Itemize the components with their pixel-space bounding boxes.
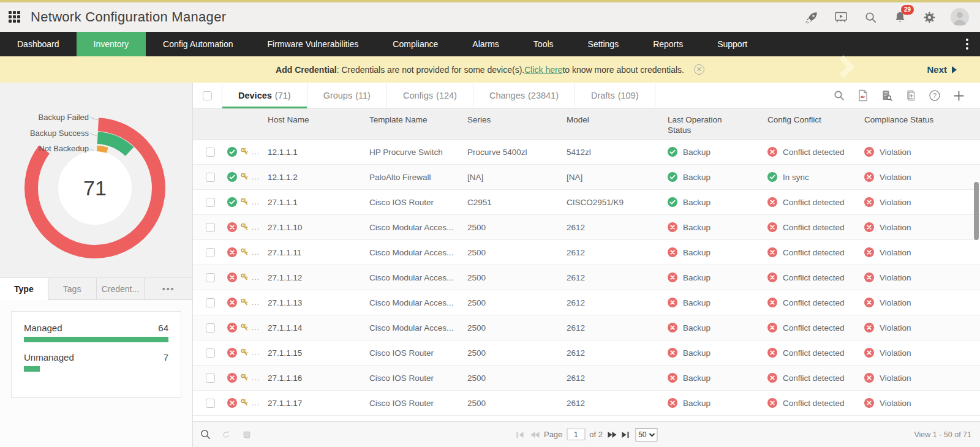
more-indicator[interactable]: ... [252, 200, 260, 205]
host-name-link[interactable]: 27.1.1.15 [268, 348, 369, 358]
credential-key-icon[interactable] [239, 222, 249, 232]
nav-tools[interactable]: Tools [516, 32, 571, 56]
global-search-icon[interactable] [862, 9, 878, 25]
host-name-link[interactable]: 27.1.1.17 [268, 399, 369, 408]
search-icon[interactable] [832, 89, 846, 102]
host-name-link[interactable]: 27.1.1.12 [268, 273, 369, 282]
row-checkbox[interactable] [206, 374, 215, 383]
nav-dashboard[interactable]: Dashboard [0, 32, 77, 56]
host-name-link[interactable]: 27.1.1.1 [268, 198, 369, 207]
page-size-select[interactable]: 50 [635, 428, 657, 441]
host-name-link[interactable]: 27.1.1.14 [268, 323, 369, 332]
table-row[interactable]: ... 27.1.1.16 Cisco IOS Router 2500 2612… [193, 366, 980, 391]
nav-support[interactable]: Support [700, 32, 764, 56]
donut-segment-not-backedup[interactable] [97, 149, 107, 151]
host-name-link[interactable]: 27.1.1.16 [268, 374, 369, 383]
table-row[interactable]: ... 27.1.1.13 Cisco Modular Acces... 250… [193, 290, 980, 315]
nav-inventory[interactable]: Inventory [77, 32, 146, 56]
next-button[interactable]: Next [927, 56, 957, 83]
table-row[interactable]: ... 27.1.1.15 Cisco IOS Router 2500 2612… [193, 340, 980, 366]
stat-row-unmanaged[interactable]: Unmanaged7 [24, 352, 168, 372]
settings-gear-icon[interactable] [921, 9, 937, 25]
apps-grid-icon[interactable] [9, 11, 21, 23]
import-export-icon[interactable] [904, 89, 918, 102]
nav-firmware-vulnerabilities[interactable]: Firmware Vulnerabilities [251, 32, 376, 56]
column-last-operation-status[interactable]: Last Operation Status [668, 109, 767, 139]
stat-row-managed[interactable]: Managed64 [24, 323, 168, 342]
column-series[interactable]: Series [467, 109, 567, 139]
vertical-scrollbar[interactable] [974, 83, 979, 447]
nav-config-automation[interactable]: Config Automation [146, 32, 250, 56]
nav-alarms[interactable]: Alarms [455, 32, 516, 56]
more-indicator[interactable]: ... [252, 225, 260, 230]
config-search-icon[interactable] [880, 89, 894, 102]
tab-changes[interactable]: Changes(23841) [473, 83, 575, 108]
table-row[interactable]: ... 27.1.1.17 Cisco IOS Router 2500 2612… [193, 391, 980, 416]
credential-key-icon[interactable] [239, 272, 249, 282]
table-row[interactable]: ... 12.1.1.2 PaloAlto Firewall [NA] [NA]… [193, 165, 980, 190]
table-row[interactable]: ... 12.1.1.1 HP Procurve Switch Procurve… [193, 140, 980, 165]
pdf-export-icon[interactable] [856, 89, 870, 102]
host-name-link[interactable]: 27.1.1.11 [268, 248, 369, 257]
row-checkbox[interactable] [206, 323, 215, 332]
row-checkbox[interactable] [206, 399, 215, 408]
more-indicator[interactable]: ... [252, 275, 260, 280]
sidebar-tab--[interactable]: ••• [145, 278, 192, 300]
credential-key-icon[interactable] [239, 323, 249, 332]
row-checkbox[interactable] [206, 223, 215, 232]
next-page-button[interactable] [607, 430, 617, 439]
table-row[interactable]: ... 27.1.1.12 Cisco Modular Acces... 250… [193, 265, 980, 290]
sidebar-tab-credent-[interactable]: Credent... [97, 278, 145, 300]
nav-overflow-kebab-icon[interactable] [954, 32, 980, 56]
column-host-name[interactable]: Host Name [268, 109, 369, 139]
more-indicator[interactable]: ... [252, 300, 260, 305]
row-checkbox[interactable] [206, 273, 215, 282]
more-indicator[interactable]: ... [252, 375, 260, 380]
column-compliance-status[interactable]: Compliance Status [864, 109, 980, 139]
credential-key-icon[interactable] [239, 247, 249, 257]
banner-close-icon[interactable]: ✕ [694, 64, 704, 75]
host-name-link[interactable]: 12.1.1.2 [268, 173, 369, 182]
sidebar-tab-type[interactable]: Type [0, 278, 48, 300]
column-model[interactable]: Model [567, 109, 668, 139]
add-device-icon[interactable] [952, 89, 965, 102]
tab-devices[interactable]: Devices(71) [222, 83, 307, 108]
credential-key-icon[interactable] [239, 197, 249, 207]
nav-compliance[interactable]: Compliance [375, 32, 455, 56]
select-all-checkbox[interactable] [203, 91, 212, 100]
refresh-icon[interactable] [220, 429, 232, 441]
host-name-link[interactable]: 12.1.1.1 [268, 148, 369, 157]
getting-started-rocket-icon[interactable] [804, 9, 820, 25]
footer-search-icon[interactable] [199, 429, 211, 441]
last-page-button[interactable] [621, 430, 631, 439]
more-indicator[interactable]: ... [252, 149, 260, 154]
credential-key-icon[interactable] [239, 147, 249, 157]
host-name-link[interactable]: 27.1.1.10 [268, 223, 369, 232]
tab-configs[interactable]: Configs(124) [386, 83, 473, 108]
more-indicator[interactable]: ... [252, 325, 260, 330]
credential-key-icon[interactable] [239, 398, 249, 408]
help-icon[interactable]: ? [928, 89, 941, 102]
row-checkbox[interactable] [206, 198, 215, 207]
row-checkbox[interactable] [206, 173, 215, 182]
nav-settings[interactable]: Settings [571, 32, 636, 56]
column-chooser-icon[interactable] [241, 429, 253, 441]
page-input[interactable] [567, 429, 585, 440]
user-avatar[interactable] [951, 8, 969, 26]
row-checkbox[interactable] [206, 298, 215, 307]
column-template-name[interactable]: Template Name [369, 109, 467, 139]
previous-page-button[interactable] [530, 430, 540, 439]
more-indicator[interactable]: ... [252, 175, 260, 179]
more-indicator[interactable]: ... [252, 250, 260, 255]
table-row[interactable]: ... 27.1.1.14 Cisco Modular Acces... 250… [193, 315, 980, 340]
table-row[interactable]: ... 27.1.1.11 Cisco Modular Acces... 250… [193, 240, 980, 265]
row-checkbox[interactable] [206, 148, 215, 157]
first-page-button[interactable] [516, 430, 526, 439]
table-row[interactable]: ... 27.1.1.1 Cisco IOS Router C2951 CISC… [193, 190, 980, 215]
credential-key-icon[interactable] [239, 172, 249, 182]
credential-key-icon[interactable] [239, 348, 249, 358]
sidebar-tab-tags[interactable]: Tags [48, 278, 97, 300]
credential-key-icon[interactable] [239, 298, 249, 307]
scrollbar-thumb[interactable] [974, 182, 979, 240]
host-name-link[interactable]: 27.1.1.13 [268, 298, 369, 307]
